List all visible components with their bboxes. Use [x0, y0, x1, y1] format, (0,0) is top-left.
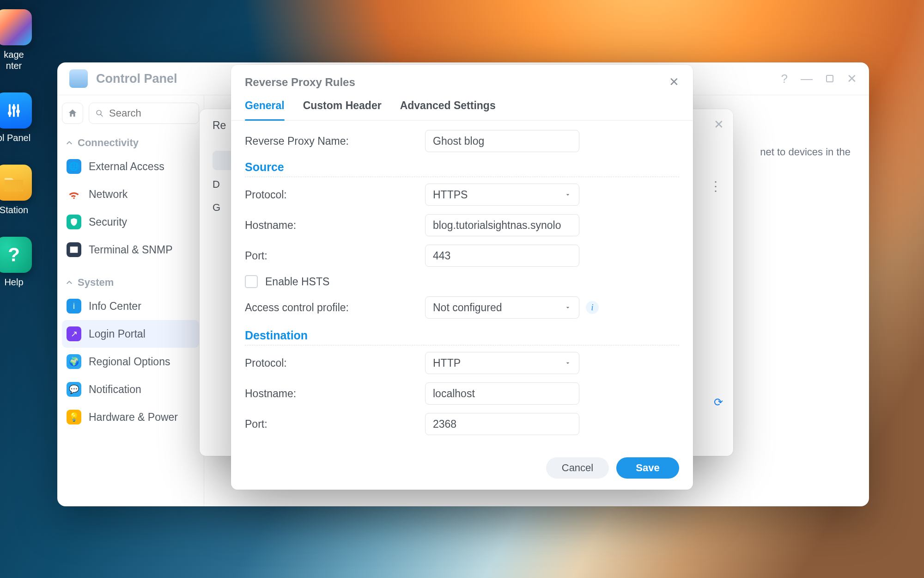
input-proxy-name[interactable]: [425, 130, 579, 152]
svg-point-4: [12, 106, 16, 110]
sidebar-item-terminal[interactable]: Terminal & SNMP: [62, 236, 199, 264]
maximize-button[interactable]: [826, 74, 834, 83]
label-src-port: Port:: [245, 250, 425, 262]
sidebar-item-label: Terminal & SNMP: [89, 244, 172, 256]
input-src-hostname[interactable]: [425, 214, 579, 236]
desktop-icon-label: Station: [0, 204, 28, 215]
sidebar-item-label: Network: [89, 188, 128, 201]
minimize-button[interactable]: —: [801, 72, 813, 86]
sidebar: Connectivity 🌐 External Access Network: [57, 95, 204, 506]
sidebar-group-label: System: [78, 277, 114, 289]
label-dst-hostname: Hostname:: [245, 387, 425, 400]
section-destination: Destination: [245, 329, 679, 342]
sidebar-item-notification[interactable]: 💬 Notification: [62, 375, 199, 403]
terminal-icon: [67, 242, 81, 257]
svg-point-3: [8, 111, 12, 115]
label-access-profile: Access control profile:: [245, 301, 425, 314]
select-value: HTTPS: [433, 189, 468, 201]
close-button[interactable]: ✕: [669, 75, 679, 89]
modal-tabs: General Custom Header Advanced Settings: [231, 89, 693, 121]
desktop-icon-control-panel[interactable]: ol Panel: [0, 92, 46, 143]
control-panel-app-icon: [69, 69, 88, 88]
close-button[interactable]: ✕: [714, 117, 724, 132]
chevron-down-icon: [564, 191, 571, 198]
select-value: Not configured: [433, 301, 502, 314]
tab-advanced-settings[interactable]: Advanced Settings: [400, 99, 496, 120]
search-icon: [96, 109, 103, 118]
section-source: Source: [245, 160, 679, 174]
package-center-icon: [0, 9, 32, 45]
more-button[interactable]: ⋮: [708, 178, 723, 193]
modal-title: Reverse Proxy Rules: [245, 76, 355, 89]
search-input[interactable]: [108, 107, 192, 120]
modal-title-fragment: Re: [213, 119, 226, 131]
sidebar-group-system[interactable]: System: [62, 273, 199, 292]
input-dst-hostname[interactable]: [425, 382, 579, 405]
checkbox-enable-hsts[interactable]: [245, 275, 258, 288]
label-proxy-name: Reverse Proxy Name:: [245, 135, 425, 148]
label-src-hostname: Hostname:: [245, 219, 425, 232]
row-letter-d: D: [213, 178, 220, 191]
divider: [245, 345, 679, 345]
chevron-up-icon: [66, 279, 73, 286]
sidebar-item-label: Regional Options: [89, 356, 170, 368]
chevron-down-icon: [564, 304, 571, 311]
sidebar-group-connectivity[interactable]: Connectivity: [62, 133, 199, 153]
reverse-proxy-modal: Reverse Proxy Rules ✕ General Custom Hea…: [231, 65, 693, 490]
home-icon: [67, 108, 78, 118]
control-panel-icon: [0, 92, 32, 129]
regional-icon: 🌍: [67, 354, 81, 369]
input-dst-port[interactable]: [425, 413, 579, 435]
svg-rect-6: [827, 75, 833, 82]
sidebar-item-label: Login Portal: [89, 328, 146, 340]
file-station-icon: [0, 165, 32, 201]
sidebar-item-info-center[interactable]: i Info Center: [62, 292, 199, 320]
chevron-up-icon: [66, 139, 73, 147]
sidebar-item-hardware-power[interactable]: 💡 Hardware & Power: [62, 403, 199, 431]
desktop-icon-label: ol Panel: [0, 132, 30, 143]
sidebar-item-label: Info Center: [89, 300, 141, 313]
sidebar-item-label: Hardware & Power: [89, 411, 178, 424]
label-src-protocol: Protocol:: [245, 189, 425, 201]
select-access-profile[interactable]: Not configured: [425, 296, 579, 319]
sidebar-item-regional-options[interactable]: 🌍 Regional Options: [62, 348, 199, 375]
notification-icon: 💬: [67, 382, 81, 397]
chevron-down-icon: [564, 359, 571, 367]
label-dst-protocol: Protocol:: [245, 357, 425, 369]
desktop-icon-help[interactable]: ? Help: [0, 237, 46, 288]
refresh-button[interactable]: ⟳: [714, 396, 723, 409]
info-button[interactable]: i: [586, 301, 599, 314]
help-button[interactable]: ?: [781, 72, 788, 86]
help-text-fragment: net to devices in the: [760, 146, 851, 158]
network-icon: [67, 187, 81, 202]
tab-custom-header[interactable]: Custom Header: [303, 99, 382, 120]
login-portal-icon: ↗: [67, 326, 81, 341]
label-enable-hsts: Enable HSTS: [265, 276, 329, 288]
close-button[interactable]: ✕: [847, 72, 857, 86]
svg-point-5: [16, 110, 20, 113]
desktop-icon-label: Help: [4, 277, 23, 288]
tab-general[interactable]: General: [245, 99, 285, 120]
sidebar-item-label: Notification: [89, 383, 141, 396]
select-dst-protocol[interactable]: HTTP: [425, 352, 579, 374]
sidebar-item-external-access[interactable]: 🌐 External Access: [62, 153, 199, 180]
search-box[interactable]: [89, 103, 199, 124]
select-value: HTTP: [433, 357, 461, 369]
sidebar-item-security[interactable]: Security: [62, 208, 199, 236]
help-icon: ?: [0, 237, 32, 273]
desktop-icon-package-center[interactable]: kage nter: [0, 9, 46, 71]
sidebar-item-login-portal[interactable]: ↗ Login Portal: [62, 320, 199, 348]
input-src-port[interactable]: [425, 245, 579, 267]
sidebar-group-label: Connectivity: [78, 137, 139, 149]
select-src-protocol[interactable]: HTTPS: [425, 184, 579, 206]
row-letter-g: G: [213, 202, 220, 214]
label-dst-port: Port:: [245, 418, 425, 430]
cancel-button[interactable]: Cancel: [546, 457, 609, 479]
home-button[interactable]: [62, 103, 83, 124]
globe-icon: 🌐: [67, 159, 81, 174]
desktop-icon-file-station[interactable]: Station: [0, 165, 46, 215]
desktop-icon-label: kage nter: [4, 49, 24, 71]
sidebar-item-network[interactable]: Network: [62, 180, 199, 208]
save-button[interactable]: Save: [616, 457, 679, 479]
divider: [245, 177, 679, 177]
